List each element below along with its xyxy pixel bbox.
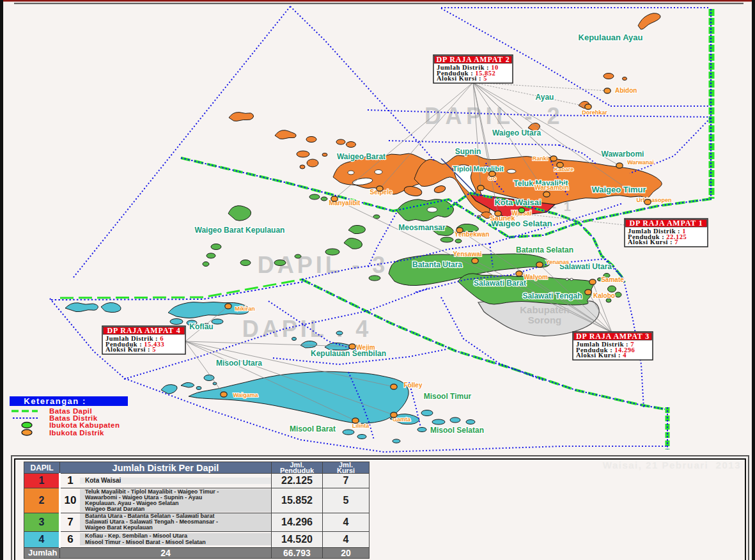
svg-text:Misool Timur: Misool Timur [424, 392, 472, 401]
svg-text:DP RAJA AMPAT 1: DP RAJA AMPAT 1 [629, 219, 703, 228]
svg-text:Kabupaten: Kabupaten [520, 304, 570, 315]
svg-text:Aloksi Kursi : 4: Aloksi Kursi : 4 [576, 352, 627, 359]
svg-text:Aloksi Kursi : 5: Aloksi Kursi : 5 [437, 75, 487, 82]
svg-text:Wejim: Wejim [356, 344, 375, 351]
svg-text:Kabare: Kabare [554, 166, 574, 173]
svg-text:Yensawai: Yensawai [453, 251, 481, 258]
svg-text:Tiplol Mayalibit: Tiplol Mayalibit [453, 165, 504, 173]
svg-text:Urbinasopen: Urbinasopen [636, 197, 671, 203]
svg-text:Warwanai: Warwanai [627, 159, 654, 166]
svg-text:Misool Barat: Misool Barat [290, 424, 336, 433]
svg-text:Misool Utara: Misool Utara [216, 359, 262, 368]
svg-text:Keterangan :: Keterangan : [24, 396, 86, 406]
svg-text:Samate: Samate [601, 276, 624, 283]
svg-text:DAPIL . 4: DAPIL . 4 [242, 316, 371, 342]
svg-text:Mikiran: Mikiran [235, 306, 255, 312]
svg-text:Waigama: Waigama [233, 392, 258, 398]
svg-text:Walyom: Walyom [524, 274, 548, 281]
svg-text:Waigeo Timur: Waigeo Timur [591, 185, 646, 194]
svg-text:Batanta Selatan: Batanta Selatan [516, 245, 573, 254]
svg-text:Aloksi Kursi : 5: Aloksi Kursi : 5 [105, 346, 156, 353]
svg-text:Misool Selatan: Misool Selatan [430, 426, 484, 435]
svg-text:Meosmansar: Meosmansar [398, 223, 446, 232]
svg-text:Ranki: Ranki [533, 155, 549, 162]
svg-text:Aloksi Kursi : 7: Aloksi Kursi : 7 [628, 238, 678, 245]
svg-text:DP RAJA AMPAT 3: DP RAJA AMPAT 3 [576, 332, 650, 341]
svg-text:Kepulauan Ayau: Kepulauan Ayau [579, 33, 643, 42]
svg-text:Dorehkar: Dorehkar [582, 109, 607, 116]
svg-text:DP RAJA AMPAT 2: DP RAJA AMPAT 2 [436, 55, 510, 64]
svg-text:Warsambin: Warsambin [534, 184, 569, 191]
svg-text:Waigeo Barat Kepulauan: Waigeo Barat Kepulauan [195, 226, 285, 235]
svg-text:Waigeo Utara: Waigeo Utara [492, 128, 541, 137]
svg-text:Ayau: Ayau [536, 93, 554, 102]
svg-text:Abidon: Abidon [615, 87, 637, 94]
svg-text:Ibukota Distrik: Ibukota Distrik [49, 429, 104, 437]
svg-text:Salawati Tengah: Salawati Tengah [522, 292, 582, 300]
svg-text:DAPIL - 2: DAPIL - 2 [424, 103, 564, 129]
svg-text:Wawarbomi: Wawarbomi [602, 150, 644, 159]
svg-text:Kalobo: Kalobo [593, 292, 615, 299]
svg-text:Salawati Barat: Salawati Barat [474, 279, 526, 288]
svg-text:Supnin: Supnin [455, 147, 481, 156]
svg-text:Kota Waisai: Kota Waisai [494, 198, 541, 207]
svg-text:Ibukota Kabupaten: Ibukota Kabupaten [49, 421, 120, 429]
svg-text:Koflau: Koflau [189, 322, 213, 331]
svg-text:Batanta Utara: Batanta Utara [412, 260, 462, 269]
svg-text:Yenanas: Yenanas [546, 259, 570, 265]
svg-text:Folley: Folley [404, 382, 423, 389]
svg-text:Sorong: Sorong [528, 315, 562, 325]
svg-text:Waigeo Barat: Waigeo Barat [337, 152, 385, 161]
svg-text:DP RAJA AMPAT 4: DP RAJA AMPAT 4 [107, 326, 180, 335]
